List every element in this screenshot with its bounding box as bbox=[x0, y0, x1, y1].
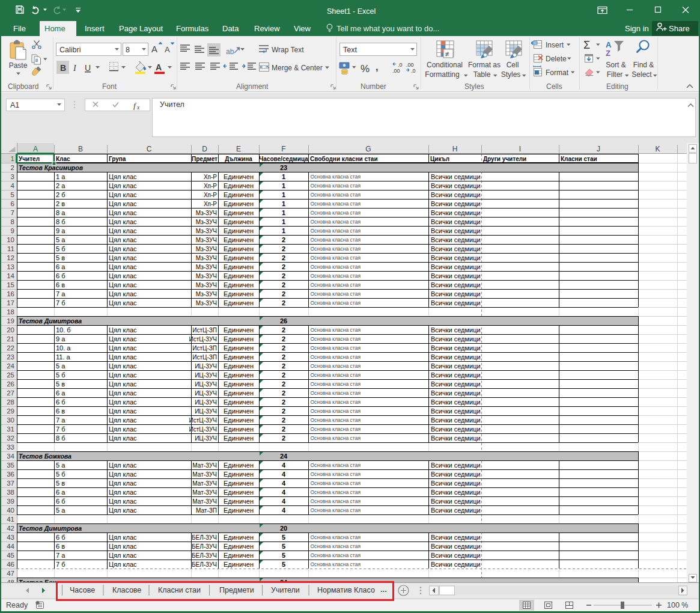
svg-text:A: A bbox=[165, 45, 170, 54]
svg-text:Σ: Σ bbox=[583, 39, 590, 51]
svg-text:Delete: Delete bbox=[546, 55, 567, 63]
svg-text:Format: Format bbox=[546, 69, 569, 77]
svg-text:I: I bbox=[73, 64, 77, 73]
svg-text:%: % bbox=[361, 63, 370, 75]
svg-text:A: A bbox=[156, 63, 162, 72]
svg-text:Select: Select bbox=[632, 70, 652, 79]
svg-text:,: , bbox=[376, 62, 378, 72]
svg-text:Sort &: Sort & bbox=[606, 61, 625, 69]
svg-text:Paste: Paste bbox=[9, 61, 28, 70]
svg-text:Conditional: Conditional bbox=[427, 61, 463, 69]
svg-text:.00: .00 bbox=[406, 62, 414, 68]
svg-text:Formatting: Formatting bbox=[425, 70, 459, 79]
svg-text:x: x bbox=[136, 104, 140, 111]
svg-text:Table: Table bbox=[473, 70, 491, 79]
svg-text:.00: .00 bbox=[392, 68, 400, 74]
svg-text:B: B bbox=[60, 63, 66, 73]
svg-text:Format as: Format as bbox=[468, 61, 501, 69]
svg-text:Styles: Styles bbox=[501, 70, 521, 79]
svg-text:Calibri: Calibri bbox=[59, 46, 81, 54]
svg-text:A: A bbox=[151, 44, 157, 54]
svg-text:U: U bbox=[85, 63, 91, 73]
svg-text:Insert: Insert bbox=[546, 41, 564, 49]
svg-text:Z: Z bbox=[606, 49, 610, 58]
svg-text:Wrap Text: Wrap Text bbox=[272, 46, 304, 54]
svg-text:ab: ab bbox=[226, 47, 234, 56]
svg-text:.0: .0 bbox=[411, 68, 416, 74]
svg-text:Text: Text bbox=[343, 46, 357, 54]
svg-text:≠: ≠ bbox=[445, 50, 449, 58]
svg-text:Merge & Center: Merge & Center bbox=[272, 64, 323, 72]
svg-text:Find &: Find & bbox=[633, 61, 654, 69]
svg-text:Cell: Cell bbox=[507, 61, 519, 69]
svg-text:Filter: Filter bbox=[607, 70, 623, 79]
svg-text:.0: .0 bbox=[398, 62, 403, 68]
svg-text:A: A bbox=[606, 40, 612, 49]
svg-text:8: 8 bbox=[126, 46, 130, 54]
